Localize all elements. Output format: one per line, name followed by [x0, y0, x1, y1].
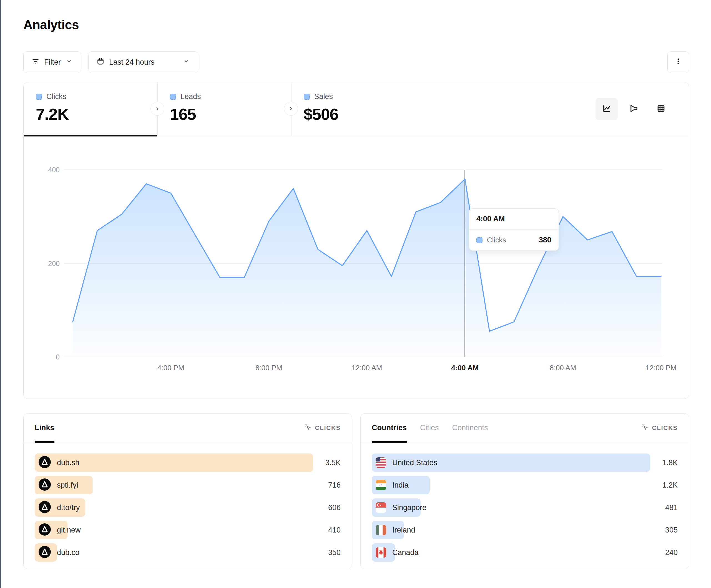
stat-tab-sales[interactable]: Sales$506 — [292, 82, 425, 136]
flag-ie-icon — [375, 525, 386, 535]
row-label: dub.co — [57, 548, 80, 557]
filter-button[interactable]: Filter — [23, 51, 81, 73]
stat-tab-value: $506 — [304, 105, 425, 123]
link-row[interactable]: spti.fyi716 — [35, 476, 341, 494]
svg-text:0: 0 — [56, 353, 60, 361]
row-value: 716 — [328, 481, 341, 490]
dub-logo-icon — [39, 546, 51, 559]
page-title: Analytics — [23, 17, 79, 32]
row-label: Canada — [392, 548, 419, 557]
geo-tab-cities[interactable]: Cities — [420, 413, 439, 442]
stat-tab-label: Leads — [180, 92, 201, 101]
links-panel-header: Links CLICKS — [24, 413, 352, 443]
svg-text:8:00 AM: 8:00 AM — [550, 364, 576, 372]
geo-tab-continents[interactable]: Continents — [452, 413, 488, 442]
kebab-menu-icon — [674, 57, 683, 68]
geo-tab-countries[interactable]: Countries — [372, 413, 407, 442]
filter-button-label: Filter — [44, 58, 61, 67]
expand-stat-button[interactable] — [150, 102, 164, 116]
country-row[interactable]: United States1.8K — [372, 453, 678, 472]
filter-icon — [31, 57, 40, 67]
country-row[interactable]: Ireland305 — [372, 521, 678, 539]
stat-tab-label: Clicks — [46, 92, 66, 101]
flag-sg-icon — [375, 502, 386, 513]
svg-text:200: 200 — [48, 259, 60, 267]
date-range-button[interactable]: Last 24 hours — [88, 51, 198, 73]
series-marker — [170, 94, 176, 100]
clicks-chart[interactable]: 02004004:00 PM8:00 PM12:00 AM4:00 AM8:00… — [24, 156, 689, 386]
row-label: India — [392, 481, 409, 490]
row-label: dub.sh — [57, 458, 80, 467]
row-value: 606 — [328, 503, 341, 512]
svg-text:12:00 PM: 12:00 PM — [645, 364, 676, 372]
row-label: Singapore — [392, 503, 427, 512]
chart-tooltip: 4:00 AM Clicks 380 — [469, 208, 559, 251]
flag-us-icon — [375, 457, 386, 468]
calendar-icon — [96, 57, 105, 67]
row-label: git.new — [57, 526, 81, 535]
analytics-card: Clicks7.2KLeads165Sales$506 02004004:00 … — [23, 82, 689, 399]
country-row[interactable]: India1.2K — [372, 476, 678, 494]
links-rows: dub.sh3.5Kspti.fyi716d.to/try606git.new4… — [24, 443, 352, 562]
cursor-click-icon — [304, 423, 312, 433]
row-value: 481 — [665, 503, 678, 512]
link-row[interactable]: git.new410 — [35, 521, 341, 539]
row-value: 305 — [665, 526, 678, 535]
link-row[interactable]: dub.co350 — [35, 543, 341, 562]
row-value: 240 — [665, 548, 678, 557]
countries-panel-header: CountriesCitiesContinents CLICKS — [361, 413, 689, 443]
svg-text:4:00 PM: 4:00 PM — [157, 364, 184, 372]
chart-view-toggles — [596, 98, 672, 120]
links-tab-links[interactable]: Links — [35, 413, 55, 442]
stat-tab-value: 7.2K — [36, 105, 157, 123]
geo-tabs: CountriesCitiesContinents — [372, 413, 488, 442]
row-label: United States — [392, 458, 437, 467]
links-tabs: Links — [35, 413, 55, 442]
link-row[interactable]: dub.sh3.5K — [35, 453, 341, 472]
stat-tab-leads[interactable]: Leads165 — [158, 82, 291, 136]
row-value: 410 — [328, 526, 341, 535]
tooltip-time: 4:00 AM — [469, 208, 559, 230]
window-edge — [0, 0, 1, 588]
area-chart-canvas[interactable]: 02004004:00 PM8:00 PM12:00 AM4:00 AM8:00… — [24, 156, 689, 386]
clicks-series-marker — [476, 237, 482, 243]
grid-view-icon — [656, 103, 666, 115]
dub-logo-icon — [39, 501, 51, 514]
chevron-down-icon — [182, 58, 190, 67]
stat-tab-clicks[interactable]: Clicks7.2K — [24, 82, 157, 136]
row-label: spti.fyi — [57, 481, 78, 490]
link-row[interactable]: d.to/try606 — [35, 498, 341, 517]
grid-view-toggle[interactable] — [650, 98, 672, 120]
funnel-chart-toggle[interactable] — [623, 98, 645, 120]
links-metric-label: CLICKS — [315, 424, 341, 432]
chevron-right-icon — [287, 105, 295, 112]
row-value: 3.5K — [325, 458, 341, 467]
dub-logo-icon — [39, 523, 51, 537]
links-metric-header[interactable]: CLICKS — [304, 423, 341, 433]
countries-panel: CountriesCitiesContinents CLICKS United … — [360, 413, 689, 569]
date-range-label: Last 24 hours — [109, 58, 155, 67]
flag-ca-icon — [375, 547, 386, 558]
country-row[interactable]: Singapore481 — [372, 498, 678, 517]
row-value: 350 — [328, 548, 341, 557]
row-label: d.to/try — [57, 503, 80, 512]
line-chart-toggle[interactable] — [596, 98, 618, 120]
line-chart-icon — [601, 103, 612, 115]
svg-text:400: 400 — [48, 166, 60, 174]
country-row[interactable]: Canada240 — [372, 543, 678, 562]
series-marker — [304, 94, 310, 100]
svg-text:8:00 PM: 8:00 PM — [255, 364, 282, 372]
dub-logo-icon — [39, 456, 51, 469]
flag-in-icon — [375, 480, 386, 490]
stat-tab-value: 165 — [170, 105, 291, 123]
dub-logo-icon — [39, 478, 51, 492]
svg-text:4:00 AM: 4:00 AM — [451, 364, 479, 372]
expand-stat-button[interactable] — [284, 102, 298, 116]
chevron-down-icon — [65, 58, 73, 67]
stats-tabs-row: Clicks7.2KLeads165Sales$506 — [24, 82, 689, 136]
countries-metric-header[interactable]: CLICKS — [641, 423, 678, 433]
tooltip-value: 380 — [539, 236, 552, 244]
more-options-button[interactable] — [667, 51, 689, 73]
countries-metric-label: CLICKS — [652, 424, 678, 432]
stat-tab-label: Sales — [314, 92, 333, 101]
